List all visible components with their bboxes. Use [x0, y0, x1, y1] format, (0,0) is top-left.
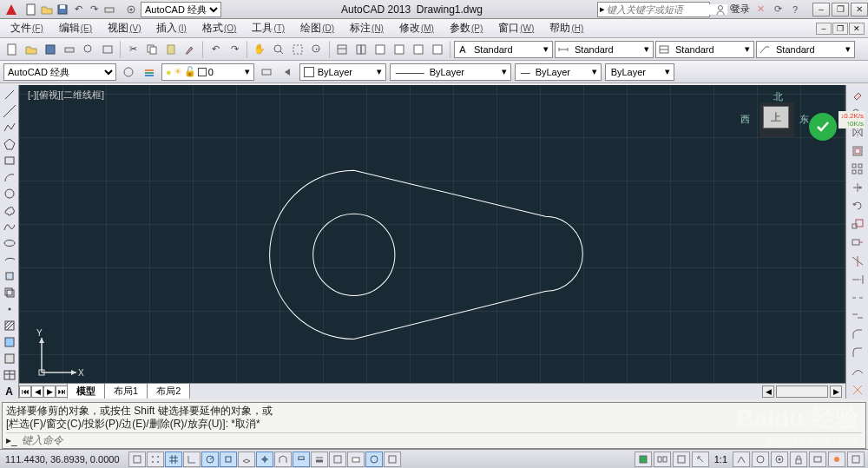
- menu-modify[interactable]: 修改(M): [392, 19, 441, 37]
- isolate-icon[interactable]: [828, 452, 845, 467]
- erase-tool[interactable]: [848, 87, 867, 104]
- tablestyle-dropdown[interactable]: Standard▾: [655, 41, 754, 58]
- move-tool[interactable]: [848, 179, 867, 196]
- array-tool[interactable]: [848, 161, 867, 178]
- calc-btn[interactable]: [429, 41, 446, 58]
- paste-btn[interactable]: [162, 41, 180, 58]
- hatch-tool[interactable]: [1, 318, 18, 333]
- spline-tool[interactable]: [1, 219, 18, 234]
- offset-tool[interactable]: [848, 142, 867, 160]
- open-icon[interactable]: [40, 3, 54, 16]
- exchange-icon[interactable]: ✕: [753, 3, 767, 16]
- mleaderstyle-dropdown[interactable]: Standard▾: [756, 41, 855, 58]
- copy-btn[interactable]: [143, 41, 161, 58]
- redo-btn[interactable]: ↷: [226, 41, 243, 58]
- tab-last[interactable]: ⏭: [56, 386, 68, 398]
- markup-btn[interactable]: [410, 41, 427, 58]
- break-tool[interactable]: [848, 289, 867, 307]
- otrack-toggle[interactable]: [256, 452, 273, 467]
- osnap-toggle[interactable]: [220, 452, 237, 467]
- xline-tool[interactable]: [1, 103, 18, 119]
- qv-layouts[interactable]: [654, 452, 671, 467]
- hscroll-left[interactable]: ◀: [762, 386, 774, 398]
- layer-state-control[interactable]: ● ☀ 🔓 0 ▾: [161, 63, 254, 81]
- menu-dimension[interactable]: 标注(N): [343, 19, 391, 37]
- clean-screen-icon[interactable]: [847, 452, 865, 467]
- zoom-realtime-btn[interactable]: [270, 41, 287, 58]
- tab-layout2[interactable]: 布局2: [147, 383, 190, 399]
- make-block-tool[interactable]: [1, 285, 18, 300]
- lineweight-dropdown[interactable]: —ByLayer▾: [515, 63, 602, 81]
- arc-tool[interactable]: [1, 169, 18, 185]
- viewcube-top[interactable]: 上: [763, 106, 789, 129]
- ws-settings-icon[interactable]: [120, 63, 137, 81]
- qv-drawings[interactable]: [673, 452, 690, 467]
- viewcube[interactable]: 上 北 西 东: [737, 90, 819, 151]
- help-icon[interactable]: ?: [788, 3, 802, 16]
- pan-btn[interactable]: ✋: [251, 41, 268, 58]
- login-link[interactable]: 登录: [731, 3, 750, 16]
- command-input[interactable]: [22, 434, 862, 446]
- menu-format[interactable]: 格式(O): [195, 19, 243, 37]
- explode-tool[interactable]: [848, 381, 867, 399]
- qp-toggle[interactable]: [347, 452, 365, 467]
- polyline-tool[interactable]: [1, 120, 18, 135]
- tab-first[interactable]: ⏮: [19, 386, 31, 398]
- close-button[interactable]: ✕: [851, 3, 868, 16]
- tab-prev[interactable]: ◀: [31, 386, 43, 398]
- doc-close[interactable]: ✕: [849, 23, 865, 35]
- search-box[interactable]: ▸: [597, 2, 710, 17]
- toolbar-lock-icon[interactable]: [790, 452, 807, 467]
- menu-view[interactable]: 视图(V): [101, 19, 148, 37]
- layer-prev-icon[interactable]: [279, 63, 296, 81]
- fillet-tool[interactable]: [848, 344, 867, 361]
- menu-file[interactable]: 文件(F): [3, 19, 50, 37]
- gradient-tool[interactable]: [1, 334, 18, 350]
- menu-window[interactable]: 窗口(W): [491, 19, 541, 37]
- command-line[interactable]: 选择要修剪的对象，或按住 Shift 键选择要延伸的对象，或 [栏选(F)/窗交…: [2, 402, 866, 449]
- insert-block-tool[interactable]: [1, 268, 18, 284]
- grid-toggle[interactable]: [165, 452, 182, 467]
- color-dropdown[interactable]: ByLayer▾: [299, 63, 386, 81]
- ducs-toggle[interactable]: [274, 452, 292, 467]
- point-tool[interactable]: [1, 301, 18, 317]
- save-btn[interactable]: [42, 41, 59, 58]
- join-tool[interactable]: [848, 307, 867, 325]
- tab-layout1[interactable]: 布局1: [104, 383, 148, 399]
- linetype-dropdown[interactable]: ———ByLayer▾: [390, 63, 511, 81]
- dimstyle-dropdown[interactable]: Standard▾: [555, 41, 654, 58]
- lwt-toggle[interactable]: [311, 452, 328, 467]
- scale-tool[interactable]: [848, 215, 867, 233]
- zoom-window-btn[interactable]: [289, 41, 306, 58]
- minimize-button[interactable]: –: [812, 3, 830, 16]
- ellipse-arc-tool[interactable]: [1, 252, 18, 267]
- menu-insert[interactable]: 插入(I): [149, 19, 193, 37]
- plotstyle-dropdown[interactable]: ByLayer▾: [605, 63, 674, 81]
- open-btn[interactable]: [23, 41, 40, 58]
- new-icon[interactable]: [24, 3, 38, 16]
- region-tool[interactable]: [1, 351, 18, 366]
- cut-btn[interactable]: ✂: [124, 41, 141, 58]
- user-icon[interactable]: [713, 3, 727, 16]
- workspace-dd2[interactable]: AutoCAD 经典: [3, 63, 116, 81]
- textstyle-dropdown[interactable]: AStandard▾: [454, 41, 553, 58]
- 3dosnap-toggle[interactable]: [238, 452, 255, 467]
- am-toggle[interactable]: [384, 452, 401, 467]
- restore-button[interactable]: ❐: [832, 3, 849, 16]
- chamfer-tool[interactable]: [848, 326, 867, 343]
- hardware-accel-icon[interactable]: [809, 452, 826, 467]
- sync-icon[interactable]: ⟳: [771, 3, 785, 16]
- ellipse-tool[interactable]: [1, 235, 18, 251]
- layer-make-current-icon[interactable]: [258, 63, 275, 81]
- menu-help[interactable]: 帮助(H): [542, 19, 590, 37]
- drawing-canvas[interactable]: [-][俯视][二维线框] X Y 上 北 西 东 ⏮: [19, 85, 845, 399]
- doc-restore[interactable]: ❐: [832, 23, 848, 35]
- layer-prop-icon[interactable]: [141, 63, 158, 81]
- extend-tool[interactable]: [848, 271, 867, 288]
- tab-next[interactable]: ▶: [43, 386, 56, 398]
- line-tool[interactable]: [1, 87, 18, 102]
- save-icon[interactable]: [56, 3, 69, 16]
- tpy-toggle[interactable]: [329, 452, 346, 467]
- blend-tool[interactable]: [848, 363, 867, 380]
- annoauto-toggle[interactable]: [752, 452, 769, 467]
